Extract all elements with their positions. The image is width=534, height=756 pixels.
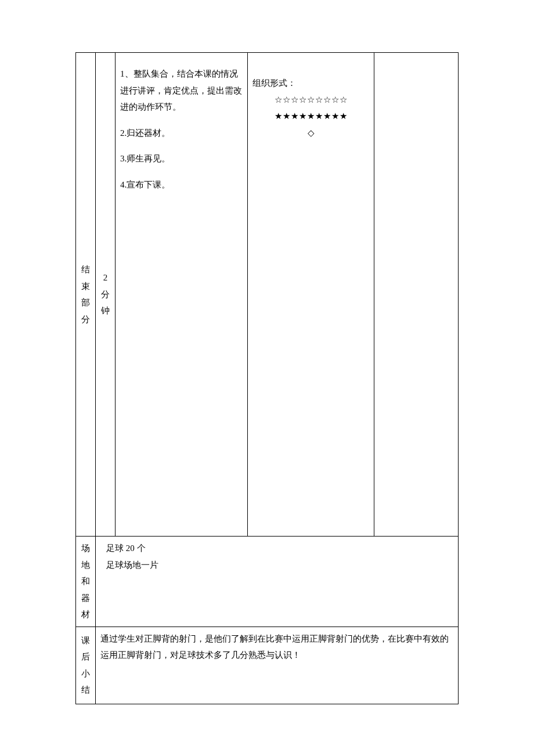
section-label: 结 束 部 分 — [76, 53, 96, 537]
star-row-outline: ☆☆☆☆☆☆☆☆☆ — [252, 92, 369, 109]
table-row: 场 地 和 器 材 足球 20 个 足球场地一片 — [76, 537, 459, 627]
time-label: 2 分 钟 — [96, 53, 116, 537]
org-title: 组织形式： — [252, 75, 369, 92]
equipment-line: 足球 20 个 — [106, 540, 453, 557]
table-row: 课 后 小 结 通过学生对正脚背的射门，是他们了解到在比赛中运用正脚背射门的优势… — [76, 627, 459, 704]
lesson-plan-table: 结 束 部 分 2 分 钟 1、整队集合，结合本课的情况进行讲评，肯定优点，提出… — [75, 52, 459, 704]
diamond-icon: ◇ — [252, 125, 369, 142]
equipment-line: 足球场地一片 — [106, 557, 453, 574]
equipment-cell: 足球 20 个 足球场地一片 — [96, 537, 459, 627]
content-item: 1、整队集合，结合本课的情况进行讲评，肯定优点，提出需改进的动作环节。 — [120, 66, 243, 116]
section-label: 场 地 和 器 材 — [76, 537, 96, 627]
empty-cell — [374, 53, 459, 537]
summary-cell: 通过学生对正脚背的射门，是他们了解到在比赛中运用正脚背射门的优势，在比赛中有效的… — [96, 627, 459, 704]
content-item: 3.师生再见。 — [120, 150, 243, 167]
content-cell: 1、整队集合，结合本课的情况进行讲评，肯定优点，提出需改进的动作环节。 2.归还… — [116, 53, 248, 537]
document-page: 结 束 部 分 2 分 钟 1、整队集合，结合本课的情况进行讲评，肯定优点，提出… — [0, 0, 534, 756]
content-item: 2.归还器材。 — [120, 125, 243, 142]
organization-cell: 组织形式： ☆☆☆☆☆☆☆☆☆ ★★★★★★★★★ ◇ — [248, 53, 374, 537]
table-row: 结 束 部 分 2 分 钟 1、整队集合，结合本课的情况进行讲评，肯定优点，提出… — [76, 53, 459, 537]
section-label: 课 后 小 结 — [76, 627, 96, 704]
summary-text: 通过学生对正脚背的射门，是他们了解到在比赛中运用正脚背射门的优势，在比赛中有效的… — [100, 631, 453, 664]
star-row-filled: ★★★★★★★★★ — [252, 108, 369, 125]
content-item: 4.宣布下课。 — [120, 177, 243, 193]
